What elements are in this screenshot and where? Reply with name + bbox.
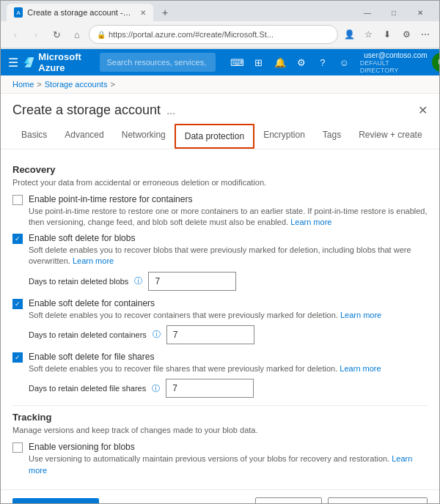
feedback-icon[interactable]: ☺: [336, 53, 353, 71]
azure-logo-icon: [24, 55, 34, 70]
page-title: Create a storage account: [12, 103, 161, 118]
refresh-btn[interactable]: ↻: [48, 26, 65, 43]
hamburger-menu[interactable]: ☰: [8, 56, 18, 70]
breadcrumb-sep1: >: [37, 80, 41, 89]
tab-encryption[interactable]: Encryption: [254, 124, 314, 149]
tracking-section-desc: Manage versions and keep track of change…: [12, 426, 428, 434]
retain-files-info-icon[interactable]: ⓘ: [152, 383, 160, 394]
versioning-checkbox[interactable]: [12, 442, 23, 453]
tab-close-btn[interactable]: ✕: [140, 9, 146, 17]
retain-files-input[interactable]: [166, 379, 254, 398]
retain-containers-label: Days to retain deleted containers: [29, 330, 147, 339]
cloud-shell-icon[interactable]: ⌨: [229, 53, 246, 71]
page-close-btn[interactable]: ✕: [418, 103, 428, 117]
user-directory: DEFAULT DIRECTORY: [360, 59, 428, 74]
soft-delete-blobs-learn-more[interactable]: Learn more: [73, 256, 114, 265]
tab-networking[interactable]: Networking: [113, 124, 175, 149]
divider-1: [12, 405, 428, 406]
retain-containers-info-icon[interactable]: ⓘ: [153, 329, 161, 340]
next-button[interactable]: Next : Encryption >: [328, 497, 428, 505]
soft-delete-blobs-content: Enable soft delete for blobs Soft delete…: [29, 233, 428, 267]
address-bar[interactable]: 🔒 https://portal.azure.com/#create/Micro…: [89, 25, 338, 44]
soft-delete-blobs-label: Enable soft delete for blobs: [29, 233, 428, 243]
azure-logo: Microsoft Azure: [24, 51, 87, 73]
tab-data-protection[interactable]: Data protection: [175, 124, 254, 149]
home-btn[interactable]: ⌂: [68, 26, 86, 43]
page-options-btn[interactable]: ...: [166, 105, 175, 116]
app-window: A Create a storage account - Micr... ✕ +…: [0, 0, 440, 504]
azure-logo-text: Microsoft Azure: [38, 51, 86, 73]
point-in-time-content: Enable point-in-time restore for contain…: [29, 194, 428, 229]
versioning-row: Enable versioning for blobs Use versioni…: [12, 442, 428, 475]
soft-delete-blobs-checkbox[interactable]: [12, 234, 23, 244]
retain-containers-row: Days to retain deleted containers ⓘ: [29, 325, 428, 344]
tab-favicon: A: [14, 7, 23, 18]
soft-delete-files-row: Enable soft delete for file shares Soft …: [12, 352, 428, 374]
previous-button[interactable]: < Previous: [255, 497, 322, 505]
recovery-section-title: Recovery: [12, 164, 428, 175]
minimize-btn[interactable]: —: [354, 4, 381, 21]
browser-controls: ‹ › ↻ ⌂ 🔒 https://portal.azure.com/#crea…: [1, 21, 439, 48]
tab-basics[interactable]: Basics: [12, 124, 56, 149]
window-controls: — □ ✕: [354, 4, 433, 21]
tab-review-create[interactable]: Review + create: [350, 124, 430, 149]
maximize-btn[interactable]: □: [381, 4, 407, 21]
breadcrumb-home[interactable]: Home: [12, 80, 34, 89]
soft-delete-files-learn-more[interactable]: Learn more: [340, 364, 381, 373]
breadcrumb-sep2: >: [110, 80, 114, 89]
downloads-btn[interactable]: ⬇: [379, 26, 395, 42]
user-avatar[interactable]: U: [432, 53, 440, 72]
point-in-time-learn-more[interactable]: Learn more: [290, 218, 331, 226]
new-tab-button[interactable]: +: [156, 4, 174, 21]
retain-containers-input[interactable]: [166, 325, 254, 344]
soft-delete-files-checkbox[interactable]: [12, 352, 23, 363]
soft-delete-containers-row: Enable soft delete for containers Soft d…: [12, 298, 428, 321]
soft-delete-files-desc: Soft delete enables you to recover file …: [29, 363, 381, 374]
review-create-button[interactable]: Review + create: [12, 498, 99, 505]
tracking-section-title: Tracking: [12, 412, 428, 423]
header-icons: ⌨ ⊞ 🔔 ⚙ ? ☺ user@contoso.com DEFAULT DIR…: [229, 51, 441, 74]
back-btn[interactable]: ‹: [7, 26, 24, 43]
forward-btn[interactable]: ›: [27, 26, 45, 43]
retain-files-row: Days to retain deleted file shares ⓘ: [29, 379, 428, 398]
soft-delete-files-content: Enable soft delete for file shares Soft …: [29, 352, 381, 374]
help-icon[interactable]: ?: [314, 53, 331, 71]
point-in-time-checkbox[interactable]: [12, 195, 23, 205]
global-search-input[interactable]: [100, 53, 216, 72]
bottom-bar: Review + create < Previous Next : Encryp…: [1, 489, 439, 504]
extensions-btn[interactable]: ⚙: [398, 26, 414, 42]
recovery-section-desc: Protect your data from accidental or err…: [12, 178, 428, 187]
content-area: Recovery Protect your data from accident…: [1, 149, 439, 475]
breadcrumb-storage[interactable]: Storage accounts: [45, 80, 108, 89]
retain-files-label: Days to retain deleted file shares: [29, 384, 146, 393]
soft-delete-containers-learn-more[interactable]: Learn more: [340, 311, 381, 319]
browser-tab[interactable]: A Create a storage account - Micr... ✕: [7, 4, 153, 21]
soft-delete-containers-content: Enable soft delete for containers Soft d…: [29, 298, 381, 321]
soft-delete-containers-desc: Soft delete enables you to recover conta…: [29, 310, 381, 321]
close-btn[interactable]: ✕: [407, 4, 433, 21]
more-btn[interactable]: ⋯: [417, 26, 433, 42]
soft-delete-containers-checkbox[interactable]: [12, 299, 23, 309]
directory-icon[interactable]: ⊞: [250, 53, 267, 71]
point-in-time-desc: Use point-in-time restore to restore one…: [29, 206, 428, 229]
versioning-label: Enable versioning for blobs: [29, 442, 428, 452]
settings-icon[interactable]: ⚙: [293, 53, 309, 71]
browser-chrome: A Create a storage account - Micr... ✕ +…: [1, 1, 439, 49]
user-info: user@contoso.com DEFAULT DIRECTORY: [360, 51, 428, 74]
soft-delete-files-label: Enable soft delete for file shares: [29, 352, 381, 362]
retain-blobs-info-icon[interactable]: ⓘ: [134, 275, 142, 286]
page-header: Create a storage account ... ✕: [1, 94, 439, 118]
content-wrapper: Create a storage account ... ✕ Basics Ad…: [1, 94, 439, 504]
point-in-time-row: Enable point-in-time restore for contain…: [12, 194, 428, 229]
versioning-content: Enable versioning for blobs Use versioni…: [29, 442, 428, 475]
retain-blobs-label: Days to retain deleted blobs: [29, 277, 128, 286]
tab-advanced[interactable]: Advanced: [56, 124, 112, 149]
favorites-btn[interactable]: ☆: [360, 26, 376, 42]
point-in-time-label: Enable point-in-time restore for contain…: [29, 194, 428, 204]
profile-btn[interactable]: 👤: [341, 26, 357, 42]
tab-tags[interactable]: Tags: [314, 124, 350, 149]
breadcrumb: Home > Storage accounts >: [1, 75, 439, 94]
retain-blobs-input[interactable]: [148, 272, 236, 291]
notifications-icon[interactable]: 🔔: [271, 53, 288, 71]
tab-title: Create a storage account - Micr...: [27, 8, 133, 17]
